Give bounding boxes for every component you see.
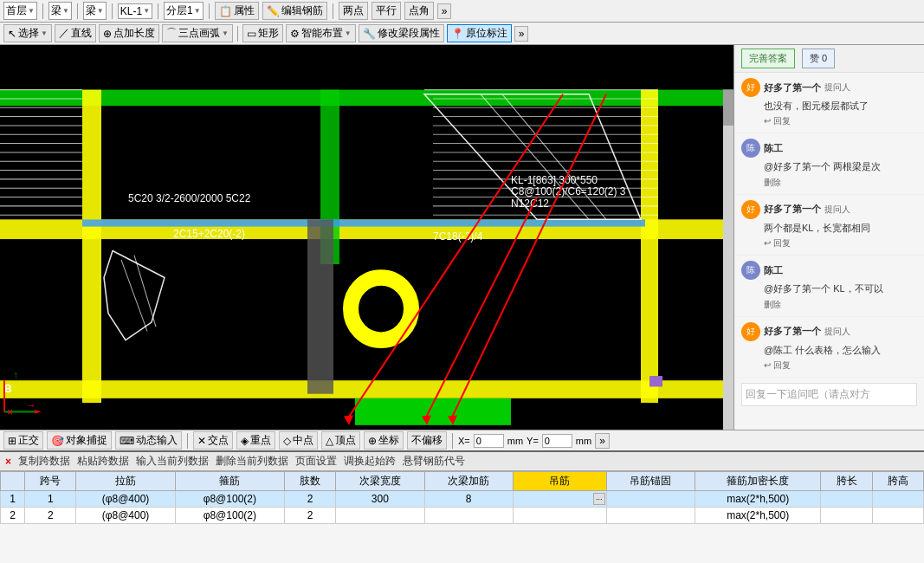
sep-status (187, 433, 188, 449)
svg-rect-9 (307, 219, 333, 393)
top-point-btn[interactable]: △ 顶点 (321, 431, 360, 450)
sep3 (112, 3, 113, 19)
row-num-2: 2 (1, 508, 25, 524)
select-button[interactable]: ↖ 选择 ▼ (3, 24, 52, 42)
add-length-icon: ⊕ (103, 28, 112, 40)
angle-button[interactable]: 点角 (404, 2, 434, 20)
comment-text-5: @陈工 什么表格，怎么输入 (764, 344, 917, 357)
comment-text-3: 两个都是KL，长宽都相同 (764, 222, 917, 235)
modify-beam-button[interactable]: 🔧 修改梁段属性 (359, 24, 444, 42)
mark-icon: 📍 (451, 28, 464, 40)
ci-liang-j-2 (424, 508, 513, 524)
avatar-1: 好 (741, 78, 760, 97)
comment-text-4: @好多了第一个 KL，不可以 (764, 282, 917, 295)
midpoint2-btn[interactable]: ◇ 中点 (279, 431, 318, 450)
adjust-start-btn[interactable]: 调换起始跨 (344, 454, 396, 469)
reply-link-5[interactable]: ↩ 回复 (764, 359, 791, 372)
comment-item-5: 好 好多了第一个 提问人 @陈工 什么表格，怎么输入 ↩ 回复 (734, 317, 924, 378)
attr-button[interactable]: 📋 属性 (215, 2, 259, 20)
svg-text:B: B (4, 382, 12, 394)
y-label: Y= (527, 436, 539, 446)
close-data-icon[interactable]: × (5, 456, 11, 468)
row-num-1: 1 (1, 491, 25, 508)
x-input[interactable] (474, 434, 504, 448)
edit-icon: ✏️ (267, 5, 280, 17)
x-label: X= (458, 436, 470, 446)
svg-text:C8@100(2)/C6=120(2) 3: C8@100(2)/C6=120(2) 3 (511, 185, 626, 197)
sep1 (42, 3, 43, 19)
reply-link-1[interactable]: ↩ 回复 (764, 115, 791, 127)
parallel-button[interactable]: 平行 (372, 2, 401, 20)
mm-label-1: mm (507, 436, 523, 446)
rect-icon: ▭ (247, 28, 256, 40)
svg-rect-71 (723, 90, 733, 126)
cad-drawing: 5C20 3/2-2600/2000 5C22 2C15+2C20(-2) 7C… (0, 45, 733, 430)
comment-actions-4: 删除 (764, 299, 917, 311)
origin-mark-button[interactable]: 📍 原位标注 (447, 24, 512, 42)
layer-dropdown[interactable]: 首层 ▼ (3, 2, 37, 20)
svg-text:↑: ↑ (13, 369, 18, 381)
username-5: 好多了第一个 (764, 325, 821, 338)
table-row: 1 1 (φ8@400) φ8@100(2) 2 300 8 ··· max(2… (1, 491, 924, 508)
svg-text:×: × (7, 406, 13, 418)
hanger-rebar-btn[interactable]: 悬臂钢筋代号 (403, 454, 465, 469)
comment-actions-2: 删除 (764, 177, 917, 189)
like-button[interactable]: 赞 0 (802, 49, 835, 68)
line-button[interactable]: ／ 直线 (55, 24, 96, 42)
svg-line-45 (134, 256, 156, 327)
expand-button-2[interactable]: » (514, 26, 529, 42)
cad-canvas[interactable]: 5C20 3/2-2600/2000 5C22 2C15+2C20(-2) 7C… (0, 45, 733, 430)
intersection-icon: ✕ (197, 435, 206, 447)
reply-link-3[interactable]: ↩ 回复 (764, 237, 791, 249)
gu-jin-2: φ8@100(2) (175, 508, 284, 524)
comment-item-4: 陈 陈工 @好多了第一个 KL，不可以 删除 (734, 256, 924, 316)
rect-button[interactable]: ▭ 矩形 (242, 24, 283, 42)
midpoint-btn[interactable]: ◈ 重点 (236, 431, 275, 450)
layer5-dropdown[interactable]: 分层1 ▼ (164, 2, 204, 20)
comment-user-5: 好 好多了第一个 提问人 (741, 322, 917, 341)
y-input[interactable] (542, 434, 572, 448)
diao-jin-dots-btn[interactable]: ··· (593, 493, 605, 505)
smart-place-button[interactable]: ⚙ 智能布置 ▼ (286, 24, 356, 42)
paste-span-btn[interactable]: 粘贴跨数据 (77, 454, 129, 469)
svg-text:5C20 3/2-2600/2000 5C22: 5C20 3/2-2600/2000 5C22 (128, 192, 251, 204)
layer3-dropdown[interactable]: 梁 ▼ (83, 2, 107, 20)
coordinate-btn[interactable]: ⊕ 坐标 (364, 431, 404, 450)
svg-rect-8 (82, 219, 645, 226)
expand-button-1[interactable]: » (437, 3, 452, 19)
add-length-button[interactable]: ⊕ 点加长度 (99, 24, 159, 42)
edit-rebar-button[interactable]: ✏️ 编辑钢筋 (262, 2, 327, 20)
comment-user-4: 陈 陈工 (741, 261, 917, 280)
diao-jin-2[interactable] (513, 508, 606, 524)
kua-chang-2 (821, 508, 872, 524)
snap-toggle[interactable]: 🎯 对象捕捉 (47, 431, 112, 450)
snap-icon: 🎯 (51, 435, 64, 447)
comment-text-1: 也没有，图元楼层都试了 (764, 100, 917, 113)
expand-status-btn[interactable]: » (595, 433, 610, 449)
svg-rect-4 (82, 90, 101, 403)
dynamic-input-toggle[interactable]: ⌨ 动态输入 (115, 431, 182, 450)
delete-link-4[interactable]: 删除 (764, 299, 781, 311)
complete-answer-button[interactable]: 完善答案 (741, 49, 795, 68)
delete-link-2[interactable]: 删除 (764, 177, 781, 189)
copy-span-btn[interactable]: 复制跨数据 (18, 454, 70, 469)
page-settings-btn[interactable]: 页面设置 (295, 454, 337, 469)
layer-arrow: ▼ (28, 7, 35, 15)
role-1: 提问人 (824, 81, 850, 94)
svg-point-46 (351, 277, 411, 340)
input-current-btn[interactable]: 输入当前列数据 (136, 454, 209, 469)
svg-text:N12C12: N12C12 (511, 197, 549, 210)
ci-liang-w-1: 300 (336, 491, 424, 508)
reply-input[interactable]: 回复一下追问吧（请点对方 (741, 383, 917, 406)
dynamic-icon: ⌨ (120, 435, 134, 447)
svg-rect-7 (649, 376, 662, 386)
layer2-dropdown[interactable]: 梁 ▼ (48, 2, 72, 20)
layer4-dropdown[interactable]: KL-1 ▼ (118, 3, 152, 19)
two-point-button[interactable]: 两点 (339, 2, 368, 20)
three-arc-button[interactable]: ⌒ 三点画弧 ▼ (162, 24, 233, 42)
no-move-btn[interactable]: 不偏移 (407, 431, 447, 450)
diao-jin-1[interactable]: ··· (513, 491, 606, 508)
intersection-toggle[interactable]: ✕ 交点 (193, 431, 233, 450)
delete-current-btn[interactable]: 删除当前列数据 (216, 454, 288, 469)
orthogonal-toggle[interactable]: ⊞ 正交 (3, 431, 43, 450)
